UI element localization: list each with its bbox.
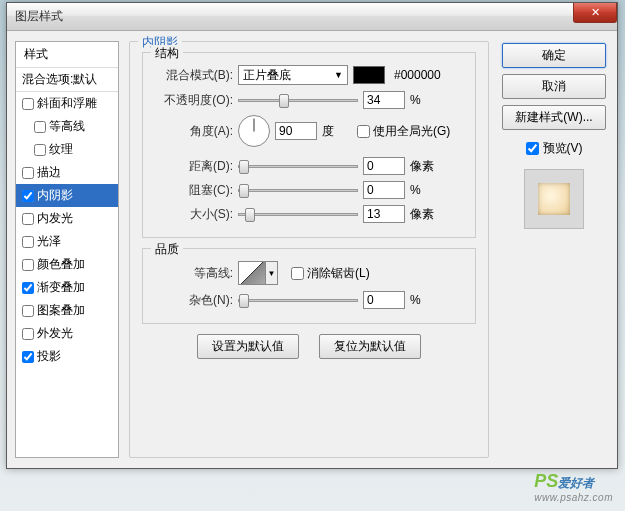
distance-input[interactable] (363, 157, 405, 175)
choke-row: 阻塞(C): % (155, 181, 463, 199)
slider-thumb[interactable] (245, 208, 255, 222)
opacity-slider[interactable] (238, 99, 358, 102)
contour-check[interactable] (34, 121, 46, 133)
global-light-check[interactable]: 使用全局光(G) (357, 123, 450, 140)
make-default-button[interactable]: 设置为默认值 (197, 334, 299, 359)
watermark-cn: 爱好者 (558, 476, 594, 490)
inner-glow-check[interactable] (22, 213, 34, 225)
contour-row: 等高线: ▼ 消除锯齿(L) (155, 261, 463, 285)
texture-check[interactable] (34, 144, 46, 156)
blend-mode-label: 混合模式(B): (155, 67, 233, 84)
inner-shadow-check[interactable] (22, 190, 34, 202)
contour-label: 等高线: (155, 265, 233, 282)
preview-checkbox[interactable]: 预览(V) (526, 140, 583, 157)
sidebar-item-color-overlay[interactable]: 颜色叠加 (16, 253, 118, 276)
noise-row: 杂色(N): % (155, 291, 463, 309)
choke-input[interactable] (363, 181, 405, 199)
bevel-check[interactable] (22, 98, 34, 110)
distance-unit: 像素 (410, 158, 440, 175)
noise-slider[interactable] (238, 299, 358, 302)
choke-unit: % (410, 183, 440, 197)
chevron-down-icon: ▼ (334, 70, 343, 80)
blend-options-item[interactable]: 混合选项:默认 (16, 68, 118, 92)
structure-group: 结构 混合模式(B): 正片叠底 ▼ #000000 不透明度(O): (142, 52, 476, 238)
structure-title: 结构 (151, 45, 183, 62)
choke-slider[interactable] (238, 189, 358, 192)
size-slider[interactable] (238, 213, 358, 216)
gradient-overlay-check[interactable] (22, 282, 34, 294)
noise-unit: % (410, 293, 440, 307)
angle-indicator (254, 119, 255, 132)
sidebar-item-drop-shadow[interactable]: 投影 (16, 345, 118, 368)
distance-row: 距离(D): 像素 (155, 157, 463, 175)
watermark: PS爱好者 www.psahz.com (534, 471, 613, 503)
sidebar-item-bevel[interactable]: 斜面和浮雕 (16, 92, 118, 115)
distance-label: 距离(D): (155, 158, 233, 175)
title-text: 图层样式 (15, 8, 63, 25)
size-input[interactable] (363, 205, 405, 223)
quality-group: 品质 等高线: ▼ 消除锯齿(L) 杂色(N): % (142, 248, 476, 324)
slider-thumb[interactable] (239, 184, 249, 198)
styles-list: 样式 混合选项:默认 斜面和浮雕 等高线 纹理 描边 内阴影 内发光 光泽 颜色… (15, 41, 119, 458)
new-style-button[interactable]: 新建样式(W)... (502, 105, 606, 130)
titlebar[interactable]: 图层样式 ✕ (7, 3, 617, 31)
close-button[interactable]: ✕ (573, 3, 617, 23)
contour-picker[interactable]: ▼ (238, 261, 278, 285)
sidebar-item-pattern-overlay[interactable]: 图案叠加 (16, 299, 118, 322)
hex-value: #000000 (394, 68, 441, 82)
default-buttons: 设置为默认值 复位为默认值 (142, 334, 476, 359)
angle-unit: 度 (322, 123, 352, 140)
inner-shadow-fieldset: 内阴影 结构 混合模式(B): 正片叠底 ▼ #000000 不透明度(O): (129, 41, 489, 458)
stroke-check[interactable] (22, 167, 34, 179)
outer-glow-check[interactable] (22, 328, 34, 340)
slider-thumb[interactable] (239, 160, 249, 174)
distance-slider[interactable] (238, 165, 358, 168)
size-unit: 像素 (410, 206, 440, 223)
angle-row: 角度(A): 度 使用全局光(G) (155, 115, 463, 147)
quality-title: 品质 (151, 241, 183, 258)
contour-preview (238, 261, 266, 285)
cancel-button[interactable]: 取消 (502, 74, 606, 99)
blend-mode-row: 混合模式(B): 正片叠底 ▼ #000000 (155, 65, 463, 85)
opacity-unit: % (410, 93, 440, 107)
sidebar-item-outer-glow[interactable]: 外发光 (16, 322, 118, 345)
satin-check[interactable] (22, 236, 34, 248)
color-swatch[interactable] (353, 66, 385, 84)
blend-mode-value: 正片叠底 (243, 67, 291, 84)
sidebar-item-stroke[interactable]: 描边 (16, 161, 118, 184)
angle-dial[interactable] (238, 115, 270, 147)
size-row: 大小(S): 像素 (155, 205, 463, 223)
sidebar-item-contour[interactable]: 等高线 (16, 115, 118, 138)
drop-shadow-check[interactable] (22, 351, 34, 363)
sidebar-item-inner-shadow[interactable]: 内阴影 (16, 184, 118, 207)
noise-input[interactable] (363, 291, 405, 309)
sidebar-item-gradient-overlay[interactable]: 渐变叠加 (16, 276, 118, 299)
center-panel: 内阴影 结构 混合模式(B): 正片叠底 ▼ #000000 不透明度(O): (119, 41, 499, 458)
watermark-ps: PS (534, 471, 558, 491)
sidebar-item-texture[interactable]: 纹理 (16, 138, 118, 161)
sidebar-item-inner-glow[interactable]: 内发光 (16, 207, 118, 230)
ok-button[interactable]: 确定 (502, 43, 606, 68)
color-overlay-check[interactable] (22, 259, 34, 271)
pattern-overlay-check[interactable] (22, 305, 34, 317)
choke-label: 阻塞(C): (155, 182, 233, 199)
opacity-row: 不透明度(O): % (155, 91, 463, 109)
reset-default-button[interactable]: 复位为默认值 (319, 334, 421, 359)
preview-swatch (538, 183, 570, 215)
angle-input[interactable] (275, 122, 317, 140)
noise-label: 杂色(N): (155, 292, 233, 309)
sidebar-item-satin[interactable]: 光泽 (16, 230, 118, 253)
angle-label: 角度(A): (155, 123, 233, 140)
opacity-input[interactable] (363, 91, 405, 109)
chevron-down-icon[interactable]: ▼ (266, 261, 278, 285)
dialog-content: 样式 混合选项:默认 斜面和浮雕 等高线 纹理 描边 内阴影 内发光 光泽 颜色… (7, 31, 617, 468)
blend-mode-select[interactable]: 正片叠底 ▼ (238, 65, 348, 85)
antialias-check[interactable]: 消除锯齿(L) (291, 265, 370, 282)
watermark-url: www.psahz.com (534, 492, 613, 503)
size-label: 大小(S): (155, 206, 233, 223)
layer-style-dialog: 图层样式 ✕ 样式 混合选项:默认 斜面和浮雕 等高线 纹理 描边 内阴影 内发… (6, 2, 618, 469)
slider-thumb[interactable] (239, 294, 249, 308)
right-panel: 确定 取消 新建样式(W)... 预览(V) (499, 41, 609, 458)
preview-box (524, 169, 584, 229)
slider-thumb[interactable] (279, 94, 289, 108)
